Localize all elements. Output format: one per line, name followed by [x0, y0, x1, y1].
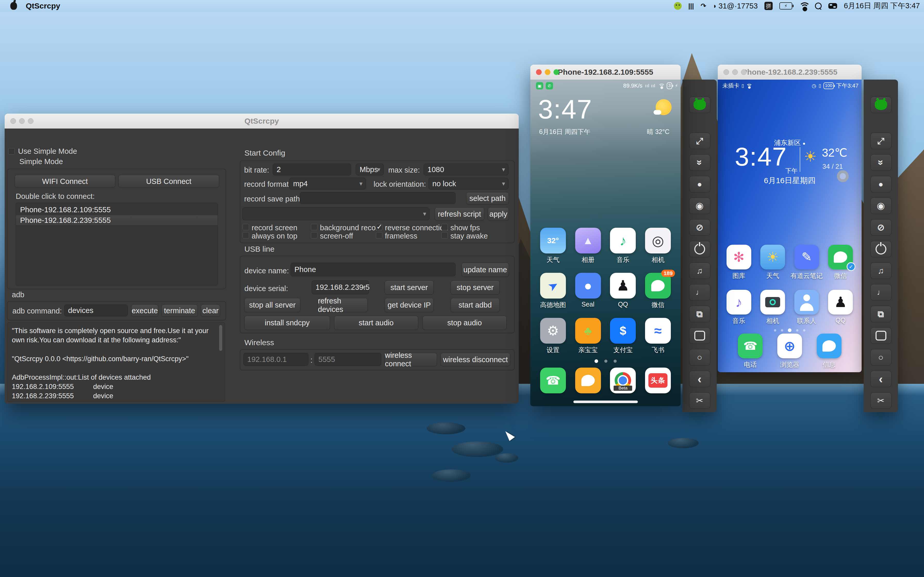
update-name-button[interactable]: update name [462, 263, 509, 277]
device-name-input[interactable]: Phone [291, 263, 456, 276]
app-图库[interactable]: ✻图库 [722, 245, 756, 290]
clear-button[interactable]: clear [201, 305, 220, 317]
get-device-ip-button[interactable]: get device IP [384, 298, 434, 312]
phone1-screen[interactable]: ▣ ✆ 89.9K/s ııl ııl 3 ⚡ 3:47 6月16日 周四下午 … [530, 80, 681, 406]
app-相机[interactable]: 相机 [756, 290, 790, 335]
home-indicator[interactable] [573, 401, 638, 403]
pinyin-input-icon[interactable]: 拼 [764, 2, 773, 10]
page-dot[interactable] [774, 329, 776, 332]
device-serial-combo[interactable]: 192.168.2.239:5 [312, 280, 369, 294]
toolbar-volume-down-button[interactable]: ♩ [871, 284, 892, 301]
toolbar-volume-down-button[interactable]: ♩ [689, 284, 710, 301]
toolbar-app-switch-button[interactable]: ⧉ [689, 306, 710, 322]
start-audio-button[interactable]: start audio [334, 316, 418, 330]
toolbar-touch-button[interactable]: ● [871, 176, 892, 192]
phone2-titlebar[interactable]: Phone-192.168.2.239:5555 [718, 64, 862, 80]
screen-off-checkbox[interactable] [311, 232, 317, 239]
qtscrcpy-titlebar[interactable]: QtScrcpy [5, 114, 519, 129]
wifi-connect-button[interactable]: WIFI Connect [15, 175, 115, 188]
app-支付宝[interactable]: $支付宝 [606, 318, 641, 363]
toolbar-app-logo-button[interactable] [689, 97, 710, 113]
app-微信[interactable]: ✓微信 [824, 245, 858, 290]
minimize-button[interactable] [19, 118, 25, 124]
app-音乐[interactable]: ♪音乐 [606, 228, 641, 273]
app-音乐[interactable]: ♪音乐 [722, 290, 756, 335]
stop-all-server-button[interactable]: stop all server [244, 298, 300, 312]
assistive-ball[interactable] [837, 170, 849, 182]
app-联系人[interactable]: 联系人 [790, 290, 824, 335]
phone1-titlebar[interactable]: Phone-192.168.2.109:5555 [530, 64, 681, 80]
wireless-port-input[interactable]: 5555 [315, 353, 381, 366]
phone2-screen[interactable]: 未插卡 ▯ ◷ ▯ 100 下午3:47 浦东新区 ● 3:47 下午 ☀ 32… [718, 80, 862, 372]
toolbar-volume-up-button[interactable]: ♫ [689, 263, 710, 279]
log-scrollbar[interactable] [219, 325, 222, 351]
app-信息[interactable]: 信息 [809, 334, 849, 371]
wireless-disconnect-button[interactable]: wireless disconnect [441, 353, 510, 366]
device-list[interactable]: Phone-192.168.2.109:5555 Phone-192.168.2… [16, 203, 218, 286]
stats-item[interactable]: ◗31@·17753 [713, 2, 758, 10]
lock-orientation-combo[interactable]: no lock [428, 178, 509, 190]
toolbar-fullscreen-button[interactable]: ⤢ [689, 133, 710, 149]
adb-log-output[interactable]: "This software is completely open source… [7, 322, 225, 402]
start-adbd-button[interactable]: start adbd [451, 298, 500, 312]
app-微信[interactable]: 189微信 [640, 273, 675, 318]
app-chrome-beta[interactable]: Beta [606, 367, 641, 398]
menu-date[interactable]: 6月16日 周四 下午3:47 [844, 1, 920, 11]
app-toutiao[interactable]: 头条 [640, 367, 675, 398]
script-combo[interactable] [242, 207, 430, 220]
show-fps-checkbox[interactable] [441, 224, 448, 230]
toolbar-app-switch-button[interactable]: ⧉ [871, 306, 892, 322]
app-飞书[interactable]: ≈飞书 [640, 318, 675, 363]
app-高德地图[interactable]: ➤高德地图 [535, 273, 570, 318]
page-dot[interactable] [788, 329, 792, 332]
toolbar-screen-on-button[interactable]: ◉ [689, 198, 710, 214]
toolbar-power-button[interactable] [689, 241, 710, 257]
app-亲宝宝[interactable]: ♣亲宝宝 [570, 318, 606, 363]
toolbar-touch-button[interactable]: ● [689, 176, 710, 192]
battery-icon[interactable]: ⚡ [779, 2, 792, 10]
toolbar-menu-button[interactable]: ○ [689, 349, 710, 366]
close-button[interactable] [724, 69, 729, 75]
app-天气[interactable]: ☀天气 [756, 245, 790, 290]
page-dot[interactable] [604, 359, 607, 363]
app-设置[interactable]: ⚙设置 [535, 318, 570, 363]
toolbar-app-logo-button[interactable] [871, 97, 892, 113]
toolbar-back-button[interactable]: ‹ [871, 371, 892, 387]
adb-command-input[interactable]: devices [64, 305, 128, 316]
background-record-checkbox[interactable] [311, 224, 317, 230]
stop-server-button[interactable]: stop server [451, 280, 500, 295]
toolbar-volume-up-button[interactable]: ♫ [871, 263, 892, 279]
app-messages[interactable] [570, 367, 606, 398]
use-simple-mode-checkbox[interactable] [8, 148, 15, 155]
frameless-checkbox[interactable] [376, 232, 382, 239]
page-dot[interactable] [803, 329, 805, 332]
toolbar-home-button[interactable] [689, 327, 710, 344]
always-on-top-checkbox[interactable] [242, 232, 249, 239]
zoom-button[interactable] [741, 69, 746, 75]
app-天气[interactable]: 32°天气 [535, 228, 570, 273]
minimize-button[interactable] [545, 69, 551, 75]
terminate-button[interactable]: terminate [162, 305, 198, 317]
toolbar-expand-notification-button[interactable]: » [689, 154, 710, 171]
toolbar-fullscreen-button[interactable]: ⤢ [871, 133, 892, 149]
wireless-ip-input[interactable]: 192.168.0.1 [243, 353, 309, 366]
record-save-path-input[interactable] [300, 192, 456, 204]
control-center-icon[interactable] [828, 3, 837, 9]
app-浏览器[interactable]: ⊕浏览器 [770, 334, 809, 371]
app-QQ[interactable]: ♟QQ [824, 290, 858, 335]
audio-bars-icon[interactable]: ||| [688, 2, 694, 10]
apply-button[interactable]: apply [488, 207, 509, 221]
redo-arrow-icon[interactable]: ↷ [701, 2, 706, 10]
apple-icon[interactable] [10, 2, 17, 10]
app-QQ[interactable]: ♟QQ [606, 273, 641, 318]
page-dot[interactable] [594, 359, 598, 363]
zoom-button[interactable] [554, 69, 559, 75]
refresh-script-button[interactable]: refresh script [435, 207, 484, 221]
toolbar-screen-off-button[interactable]: ⊘ [689, 219, 710, 236]
minimize-button[interactable] [732, 69, 738, 75]
toolbar-back-button[interactable]: ‹ [689, 371, 710, 387]
stop-audio-button[interactable]: stop audio [423, 316, 507, 330]
install-sndcpy-button[interactable]: install sndcpy [244, 316, 330, 330]
app-相册[interactable]: ▲相册 [570, 228, 606, 273]
record-screen-checkbox[interactable] [242, 224, 249, 230]
